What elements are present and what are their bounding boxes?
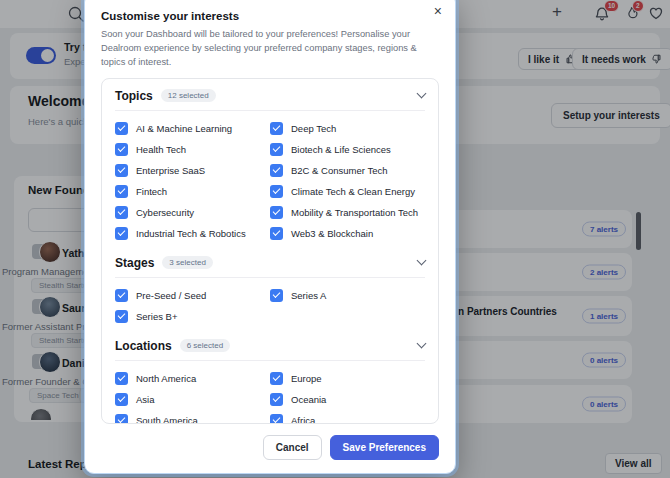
checkbox-label: Fintech — [136, 186, 167, 197]
section-stages: Stages 3 selected Pre-Seed / Seed Series… — [115, 256, 425, 327]
divider — [115, 360, 425, 361]
checkbox-checked-icon — [115, 164, 128, 177]
modal-description: Soon your Dashboard will be tailored to … — [101, 28, 439, 70]
location-checkbox-oceania[interactable]: Oceania — [270, 389, 425, 410]
modal-header: Customise your interests × Soon your Das… — [85, 0, 455, 70]
checkbox-checked-icon — [270, 185, 283, 198]
section-topics: Topics 12 selected AI & Machine Learning… — [115, 89, 425, 244]
checkbox-checked-icon — [115, 289, 128, 302]
checkbox-label: AI & Machine Learning — [136, 123, 232, 134]
checkbox-checked-icon — [270, 289, 283, 302]
checkbox-checked-icon — [115, 372, 128, 385]
checkbox-label: Africa — [291, 415, 315, 424]
checkbox-label: Mobility & Transportation Tech — [291, 207, 418, 218]
location-checkbox-asia[interactable]: Asia — [115, 389, 270, 410]
save-preferences-button[interactable]: Save Preferences — [330, 435, 439, 460]
checkbox-checked-icon — [115, 185, 128, 198]
divider — [115, 110, 425, 111]
checkbox-label: Series A — [291, 290, 326, 301]
checkbox-checked-icon — [270, 393, 283, 406]
locations-grid: North America Europe Asia Oceania South … — [115, 368, 425, 424]
checkbox-checked-icon — [270, 143, 283, 156]
checkbox-checked-icon — [270, 164, 283, 177]
topic-checkbox-ai-machine-learning[interactable]: AI & Machine Learning — [115, 118, 270, 139]
checkbox-label: Deep Tech — [291, 123, 336, 134]
checkbox-label: Enterprise SaaS — [136, 165, 205, 176]
checkbox-checked-icon — [115, 122, 128, 135]
checkbox-label: Europe — [291, 373, 322, 384]
stage-checkbox-series-a[interactable]: Series A — [270, 285, 425, 306]
checkbox-checked-icon — [115, 143, 128, 156]
topic-checkbox-industrial-tech-robotics[interactable]: Industrial Tech & Robotics — [115, 223, 270, 244]
chevron-down-icon[interactable] — [417, 89, 427, 99]
checkbox-checked-icon — [270, 206, 283, 219]
customise-interests-modal: Customise your interests × Soon your Das… — [84, 0, 456, 474]
location-checkbox-south-america[interactable]: South America — [115, 410, 270, 424]
close-icon[interactable]: × — [434, 4, 442, 18]
checkbox-label: North America — [136, 373, 196, 384]
location-checkbox-africa[interactable]: Africa — [270, 410, 425, 424]
modal-title: Customise your interests — [101, 10, 439, 22]
topic-checkbox-biotech-life-sciences[interactable]: Biotech & Life Sciences — [270, 139, 425, 160]
checkbox-label: Pre-Seed / Seed — [136, 290, 206, 301]
checkbox-checked-icon — [270, 414, 283, 424]
section-title: Stages — [115, 256, 154, 270]
stages-grid: Pre-Seed / Seed Series A Series B+ — [115, 285, 425, 327]
checkbox-checked-icon — [115, 227, 128, 240]
topic-checkbox-deep-tech[interactable]: Deep Tech — [270, 118, 425, 139]
topics-grid: AI & Machine Learning Deep Tech Health T… — [115, 118, 425, 244]
checkbox-label: Series B+ — [136, 311, 177, 322]
checkbox-label: Oceania — [291, 394, 326, 405]
topic-checkbox-fintech[interactable]: Fintech — [115, 181, 270, 202]
chevron-down-icon[interactable] — [417, 339, 427, 349]
checkbox-label: Cybersecurity — [136, 207, 194, 218]
section-title: Locations — [115, 339, 172, 353]
topic-checkbox-cybersecurity[interactable]: Cybersecurity — [115, 202, 270, 223]
topic-checkbox-climate-tech-clean-energy[interactable]: Climate Tech & Clean Energy — [270, 181, 425, 202]
checkbox-label: Climate Tech & Clean Energy — [291, 186, 415, 197]
section-title: Topics — [115, 89, 153, 103]
selected-count-badge: 6 selected — [180, 339, 230, 352]
checkbox-checked-icon — [115, 310, 128, 323]
topic-checkbox-mobility-transportation-tech[interactable]: Mobility & Transportation Tech — [270, 202, 425, 223]
section-locations: Locations 6 selected North America Europ… — [115, 339, 425, 424]
modal-sections-container: Topics 12 selected AI & Machine Learning… — [101, 78, 439, 424]
divider — [115, 277, 425, 278]
selected-count-badge: 12 selected — [161, 89, 216, 102]
cancel-button[interactable]: Cancel — [263, 435, 322, 460]
checkbox-label: Health Tech — [136, 144, 186, 155]
checkbox-checked-icon — [270, 372, 283, 385]
section-topics-header[interactable]: Topics 12 selected — [115, 89, 425, 103]
checkbox-checked-icon — [115, 414, 128, 424]
checkbox-checked-icon — [115, 206, 128, 219]
checkbox-label: B2C & Consumer Tech — [291, 165, 387, 176]
checkbox-checked-icon — [270, 227, 283, 240]
topic-checkbox-enterprise-saas[interactable]: Enterprise SaaS — [115, 160, 270, 181]
stage-checkbox-series-b-plus[interactable]: Series B+ — [115, 306, 270, 327]
chevron-down-icon[interactable] — [417, 256, 427, 266]
topic-checkbox-health-tech[interactable]: Health Tech — [115, 139, 270, 160]
section-stages-header[interactable]: Stages 3 selected — [115, 256, 425, 270]
selected-count-badge: 3 selected — [162, 256, 212, 269]
checkbox-checked-icon — [115, 393, 128, 406]
checkbox-label: Biotech & Life Sciences — [291, 144, 391, 155]
checkbox-checked-icon — [270, 122, 283, 135]
topic-checkbox-b2c-consumer-tech[interactable]: B2C & Consumer Tech — [270, 160, 425, 181]
location-checkbox-europe[interactable]: Europe — [270, 368, 425, 389]
checkbox-label: South America — [136, 415, 198, 424]
modal-footer: Cancel Save Preferences — [85, 424, 455, 473]
checkbox-label: Web3 & Blockchain — [291, 228, 373, 239]
section-locations-header[interactable]: Locations 6 selected — [115, 339, 425, 353]
stage-checkbox-pre-seed-seed[interactable]: Pre-Seed / Seed — [115, 285, 270, 306]
topic-checkbox-web3-blockchain[interactable]: Web3 & Blockchain — [270, 223, 425, 244]
location-checkbox-north-america[interactable]: North America — [115, 368, 270, 389]
checkbox-label: Asia — [136, 394, 154, 405]
checkbox-label: Industrial Tech & Robotics — [136, 228, 246, 239]
